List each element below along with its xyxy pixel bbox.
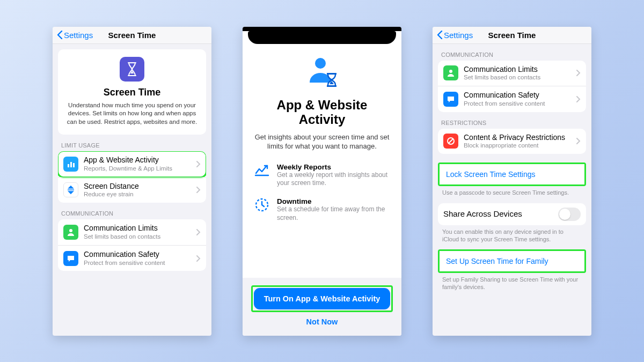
row-title: Share Across Devices bbox=[443, 209, 553, 219]
chevron-right-icon bbox=[576, 138, 581, 144]
onboarding-subtitle: Get insights about your screen time and … bbox=[254, 132, 390, 151]
row-subtitle: Set limits based on contacts bbox=[464, 74, 571, 82]
feature-weekly-reports: Weekly Reports Get a weekly report with … bbox=[254, 163, 390, 188]
row-title: Communication Safety bbox=[464, 91, 571, 100]
group-share: Share Across Devices bbox=[438, 203, 586, 225]
footer-family-note: Set up Family Sharing to use Screen Time… bbox=[438, 273, 586, 291]
device-notch bbox=[248, 31, 396, 44]
feature-subtitle: Set a schedule for time away from the sc… bbox=[277, 205, 390, 222]
nav-title: Screen Time bbox=[108, 31, 156, 40]
group-communication: Communication Limits Set limits based on… bbox=[58, 219, 206, 271]
svg-rect-6 bbox=[327, 85, 336, 87]
feature-title: Weekly Reports bbox=[277, 163, 390, 171]
row-title: Screen Distance bbox=[84, 182, 191, 191]
back-label: Settings bbox=[64, 31, 93, 40]
row-title: Content & Privacy Restrictions bbox=[464, 133, 571, 142]
distance-icon bbox=[63, 182, 78, 197]
person-hourglass-icon bbox=[303, 56, 341, 90]
feature-subtitle: Get a weekly report with insights about … bbox=[277, 171, 390, 188]
row-subtitle: Reports, Downtime & App Limits bbox=[84, 165, 191, 173]
row-subtitle: Protect from sensitive content bbox=[84, 260, 191, 267]
row-title: App & Website Activity bbox=[84, 156, 191, 165]
nav-bar: Settings Screen Time bbox=[53, 27, 211, 44]
row-title: Communication Safety bbox=[84, 250, 191, 259]
chart-icon bbox=[63, 157, 78, 172]
group-restrictions: Content & Privacy Restrictions Block ina… bbox=[438, 129, 586, 154]
svg-rect-1 bbox=[70, 162, 72, 167]
feature-title: Downtime bbox=[277, 197, 390, 205]
chevron-right-icon bbox=[576, 70, 581, 76]
chevron-right-icon bbox=[196, 187, 201, 193]
onboarding-title: App & Website Activity bbox=[254, 98, 390, 127]
clock-dashed-icon bbox=[254, 197, 269, 212]
svg-rect-2 bbox=[73, 163, 75, 167]
link-lock-screen-time[interactable]: Lock Screen Time Settings bbox=[440, 164, 584, 184]
row-communication-limits[interactable]: Communication Limits Set limits based on… bbox=[58, 219, 206, 245]
hourglass-icon bbox=[120, 57, 144, 82]
section-header-communication: COMMUNICATION bbox=[58, 203, 206, 219]
row-share-across-devices[interactable]: Share Across Devices bbox=[438, 203, 586, 225]
person-icon bbox=[63, 225, 78, 240]
row-communication-limits[interactable]: Communication Limits Set limits based on… bbox=[438, 61, 586, 86]
toggle-share[interactable] bbox=[558, 208, 581, 221]
chevron-left-icon bbox=[57, 31, 63, 39]
screen-time-hero-card: Screen Time Understand how much time you… bbox=[58, 49, 206, 135]
button-bar: Turn On App & Website Activity Not Now bbox=[243, 278, 401, 336]
chevron-right-icon bbox=[196, 161, 201, 167]
turn-on-button[interactable]: Turn On App & Website Activity bbox=[254, 288, 390, 309]
chevron-right-icon bbox=[196, 229, 201, 235]
row-app-website-activity[interactable]: App & Website Activity Reports, Downtime… bbox=[58, 151, 206, 177]
row-screen-distance[interactable]: Screen Distance Reduce eye strain bbox=[58, 177, 206, 203]
svg-line-10 bbox=[449, 139, 453, 143]
row-content-privacy-restrictions[interactable]: Content & Privacy Restrictions Block ina… bbox=[438, 129, 586, 154]
row-communication-safety[interactable]: Communication Safety Protect from sensit… bbox=[438, 86, 586, 112]
svg-point-8 bbox=[449, 70, 452, 73]
back-label: Settings bbox=[444, 31, 473, 40]
chevron-right-icon bbox=[196, 255, 201, 262]
screenshot-screen-time-settings: Settings Screen Time COMMUNICATION Commu… bbox=[433, 27, 591, 336]
screenshot-activity-onboarding: App & Website Activity Get insights abou… bbox=[243, 27, 401, 336]
section-header-restrictions: RESTRICTIONS bbox=[438, 112, 586, 129]
speech-bubble-icon bbox=[63, 251, 78, 266]
row-communication-safety[interactable]: Communication Safety Protect from sensit… bbox=[58, 245, 206, 271]
footer-lock-note: Use a passcode to secure Screen Time set… bbox=[438, 186, 586, 196]
nav-title: Screen Time bbox=[488, 31, 536, 40]
chevron-left-icon bbox=[437, 31, 443, 39]
svg-rect-0 bbox=[68, 164, 69, 167]
hero-title: Screen Time bbox=[65, 87, 199, 98]
chevron-right-icon bbox=[576, 96, 581, 102]
hero-desc: Understand how much time you spend on yo… bbox=[65, 101, 199, 127]
section-header-communication: COMMUNICATION bbox=[438, 49, 586, 61]
link-setup-family[interactable]: Set Up Screen Time for Family bbox=[440, 251, 584, 271]
nav-bar: Settings Screen Time bbox=[433, 27, 591, 44]
section-header-limit-usage: LIMIT USAGE bbox=[58, 135, 206, 151]
row-subtitle: Protect from sensitive content bbox=[464, 100, 571, 108]
person-icon bbox=[443, 65, 458, 80]
row-subtitle: Reduce eye strain bbox=[84, 191, 191, 198]
content-scroll: Screen Time Understand how much time you… bbox=[53, 44, 211, 336]
group-communication: Communication Limits Set limits based on… bbox=[438, 61, 586, 112]
content-scroll: COMMUNICATION Communication Limits Set l… bbox=[433, 44, 591, 336]
svg-rect-5 bbox=[327, 73, 336, 75]
svg-point-4 bbox=[315, 58, 326, 69]
speech-bubble-icon bbox=[443, 92, 458, 107]
group-limit-usage: App & Website Activity Reports, Downtime… bbox=[58, 151, 206, 203]
back-button[interactable]: Settings bbox=[437, 31, 473, 40]
row-subtitle: Set limits based on contacts bbox=[84, 233, 191, 241]
row-title: Communication Limits bbox=[84, 224, 191, 233]
feature-downtime: Downtime Set a schedule for time away fr… bbox=[254, 197, 390, 222]
svg-point-3 bbox=[69, 229, 72, 232]
back-button[interactable]: Settings bbox=[57, 31, 93, 40]
not-now-button[interactable]: Not Now bbox=[306, 317, 338, 326]
no-entry-icon bbox=[443, 134, 458, 149]
row-subtitle: Block inappropriate content bbox=[464, 142, 571, 150]
footer-share-note: You can enable this on any device signed… bbox=[438, 225, 586, 243]
screenshot-screen-time-root: Settings Screen Time Screen Time Underst… bbox=[53, 27, 211, 336]
row-title: Communication Limits bbox=[464, 65, 571, 74]
chart-line-icon bbox=[254, 163, 269, 178]
onboarding-sheet: App & Website Activity Get insights abou… bbox=[243, 44, 401, 278]
